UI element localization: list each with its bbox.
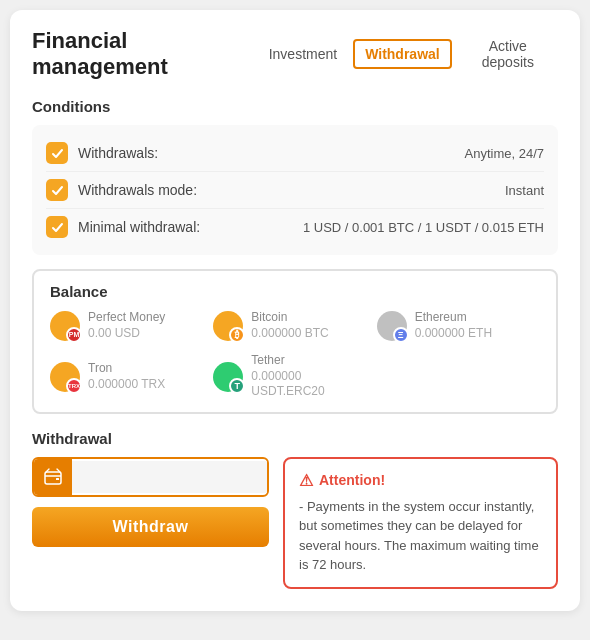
wallet-button[interactable] <box>34 459 72 495</box>
coin-trx-outer: TRX <box>50 362 80 392</box>
balance-title: Balance <box>50 283 540 300</box>
condition-value-minimal: 1 USD / 0.001 BTC / 1 USDT / 0.015 ETH <box>303 220 544 235</box>
header: Financial management Investment Withdraw… <box>32 28 558 80</box>
balance-section: Balance PM Perfect Money 0.00 USD <box>32 269 558 414</box>
condition-label-minimal: Minimal withdrawal: <box>78 219 200 235</box>
withdrawal-section: Withdrawal Withdraw <box>32 430 558 589</box>
coin-pm-badge: PM <box>66 327 82 343</box>
tabs: Investment Withdrawal Active deposits <box>259 33 558 75</box>
svg-rect-1 <box>56 478 59 480</box>
coin-pm-outer: PM <box>50 311 80 341</box>
coin-trx-badge: TRX <box>66 378 82 394</box>
condition-row-minimal: Minimal withdrawal: 1 USD / 0.001 BTC / … <box>46 209 544 245</box>
attention-title: ⚠ Attention! <box>299 471 542 490</box>
tab-active-deposits[interactable]: Active deposits <box>458 33 558 75</box>
condition-row-mode: Withdrawals mode: Instant <box>46 172 544 209</box>
balance-name-usdt: Tether <box>251 353 376 369</box>
condition-value-withdrawals: Anytime, 24/7 <box>465 146 545 161</box>
balance-item-usdt: T Tether 0.000000 USDT.ERC20 <box>213 353 376 400</box>
withdrawal-body: Withdraw ⚠ Attention! - Payments in the … <box>32 457 558 589</box>
balance-amount-pm: 0.00 USD <box>88 326 165 342</box>
attention-box: ⚠ Attention! - Payments in the system oc… <box>283 457 558 589</box>
balance-grid: PM Perfect Money 0.00 USD ₿ Bitcoin <box>50 310 540 400</box>
balance-item-pm: PM Perfect Money 0.00 USD <box>50 310 213 341</box>
tab-withdrawal[interactable]: Withdrawal <box>353 39 452 69</box>
check-icon-mode <box>46 179 68 201</box>
withdrawal-title: Withdrawal <box>32 430 558 447</box>
tab-investment[interactable]: Investment <box>259 41 347 67</box>
conditions-title: Conditions <box>32 98 558 115</box>
attention-icon: ⚠ <box>299 471 313 490</box>
coin-eth-outer: Ξ <box>377 311 407 341</box>
condition-value-mode: Instant <box>505 183 544 198</box>
condition-label-mode: Withdrawals mode: <box>78 182 197 198</box>
coin-btc-outer: ₿ <box>213 311 243 341</box>
withdrawal-left: Withdraw <box>32 457 269 547</box>
page-title: Financial management <box>32 28 259 80</box>
balance-name-eth: Ethereum <box>415 310 492 326</box>
balance-amount-trx: 0.000000 TRX <box>88 377 165 393</box>
balance-name-pm: Perfect Money <box>88 310 165 326</box>
balance-box: Balance PM Perfect Money 0.00 USD <box>32 269 558 414</box>
balance-amount-usdt: 0.000000 USDT.ERC20 <box>251 369 376 400</box>
balance-amount-eth: 0.000000 ETH <box>415 326 492 342</box>
withdrawal-input-row <box>32 457 269 497</box>
coin-eth-badge: Ξ <box>393 327 409 343</box>
check-icon-minimal <box>46 216 68 238</box>
attention-text: - Payments in the system occur instantly… <box>299 497 542 575</box>
check-icon-withdrawals <box>46 142 68 164</box>
balance-name-btc: Bitcoin <box>251 310 328 326</box>
condition-row-withdrawals: Withdrawals: Anytime, 24/7 <box>46 135 544 172</box>
balance-item-trx: TRX Tron 0.000000 TRX <box>50 353 213 400</box>
withdraw-button[interactable]: Withdraw <box>32 507 269 547</box>
financial-management-card: Financial management Investment Withdraw… <box>10 10 580 611</box>
coin-usdt-outer: T <box>213 362 243 392</box>
condition-label-withdrawals: Withdrawals: <box>78 145 158 161</box>
conditions-section: Conditions Withdrawals: Anytime, 24/7 Wi… <box>32 98 558 255</box>
balance-item-eth: Ξ Ethereum 0.000000 ETH <box>377 310 540 341</box>
coin-usdt-badge: T <box>229 378 245 394</box>
withdrawal-input[interactable] <box>72 461 267 493</box>
balance-amount-btc: 0.000000 BTC <box>251 326 328 342</box>
coin-btc-badge: ₿ <box>229 327 245 343</box>
balance-name-trx: Tron <box>88 361 165 377</box>
conditions-box: Withdrawals: Anytime, 24/7 Withdrawals m… <box>32 125 558 255</box>
balance-item-btc: ₿ Bitcoin 0.000000 BTC <box>213 310 376 341</box>
svg-rect-0 <box>45 472 61 484</box>
